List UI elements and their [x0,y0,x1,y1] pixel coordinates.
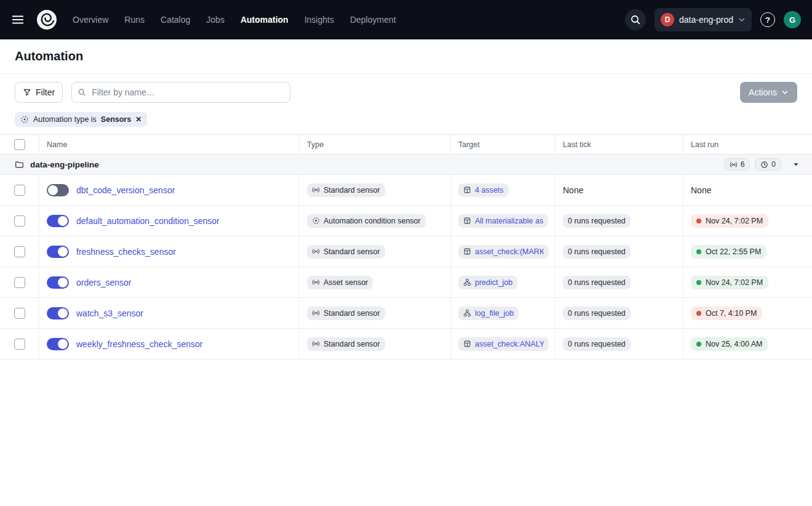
sensor-name-link[interactable]: dbt_code_version_sensor [76,185,175,195]
last-run-link[interactable]: Nov 25, 4:00 AM [691,337,768,351]
row-checkbox[interactable] [14,277,25,288]
folder-icon [15,160,24,169]
top-nav: Overview Runs Catalog Jobs Automation In… [0,0,812,39]
sensors-count: 6 [741,160,745,169]
sensor-icon [312,278,320,286]
sensor-toggle[interactable] [47,184,69,196]
menu-icon[interactable] [11,13,25,26]
group-name: data-eng-pipeline [30,160,99,169]
search-input-icon [78,88,86,97]
dagster-logo[interactable] [34,7,59,32]
actions-button[interactable]: Actions [740,82,797,103]
column-header-type: Type [300,135,451,154]
column-header-last-run: Last run [683,135,812,154]
automation-type-icon [20,115,29,124]
sensor-toggle[interactable] [47,276,69,289]
row-checkbox[interactable] [14,339,25,350]
nav-deployment[interactable]: Deployment [350,15,396,25]
status-dot-green [696,249,701,254]
sensor-name-link[interactable]: weekly_freshness_check_sensor [76,339,202,349]
sensor-toggle[interactable] [47,338,69,350]
last-tick-tag: 0 runs requested [563,307,631,320]
filter-tag: Automation type is Sensors ✕ [15,112,147,127]
nav-catalog[interactable]: Catalog [161,15,190,25]
filter-button[interactable]: Filter [15,82,63,103]
target-link[interactable]: 4 assets [458,183,509,197]
row-checkbox[interactable] [14,308,25,319]
chevron-down-icon [738,16,746,23]
nav-insights[interactable]: Insights [304,15,334,25]
chevron-down-icon [781,89,789,96]
filter-tag-prefix: Automation type is [33,115,97,124]
collapse-caret-icon[interactable] [790,159,802,169]
last-tick-tag: 0 runs requested [563,245,631,259]
sensor-icon [312,186,320,194]
nav-automation[interactable]: Automation [241,15,289,25]
last-run-link[interactable]: Nov 24, 7:02 PM [691,214,768,228]
table-row: dbt_code_version_sensor Standard sensor … [0,175,812,206]
deployment-name: data-eng-prod [679,15,733,25]
sensor-toggle[interactable] [47,307,69,319]
sensor-name-link[interactable]: freshness_checks_sensor [76,247,176,257]
deployment-badge: D [661,13,674,26]
help-icon[interactable]: ? [760,12,775,27]
nav-jobs[interactable]: Jobs [206,15,225,25]
nav-overview[interactable]: Overview [73,15,108,25]
target-link[interactable]: predict_job [458,276,517,289]
type-tag: Asset sensor [307,276,373,289]
target-link[interactable]: log_file_job [458,307,519,320]
type-tag: Standard sensor [307,245,385,259]
table-row: watch_s3_sensor Standard sensor log_file… [0,298,812,329]
sensor-toggle[interactable] [47,215,69,227]
row-checkbox[interactable] [14,185,25,196]
status-dot-green [696,342,701,347]
column-header-last-tick: Last tick [555,135,683,154]
target-link[interactable]: asset_check:ANALY [458,337,549,351]
nav-runs[interactable]: Runs [124,15,145,25]
filter-button-label: Filter [36,87,55,97]
sensor-icon [312,247,320,255]
type-tag: Standard sensor [307,337,385,351]
last-run-link[interactable]: Nov 24, 7:02 PM [691,276,768,289]
main-nav: Overview Runs Catalog Jobs Automation In… [73,15,396,25]
sensor-name-link[interactable]: orders_sensor [76,278,132,287]
target-link[interactable]: All materializable as [458,214,548,228]
search-input[interactable] [71,82,290,103]
last-run-link[interactable]: Oct 7, 4:10 PM [691,307,762,320]
row-checkbox[interactable] [14,215,25,227]
search-box [71,82,290,103]
page-title: Automation [15,49,83,63]
last-tick-tag: 0 runs requested [563,276,631,289]
deployment-selector[interactable]: D data-eng-prod [655,8,752,31]
search-icon[interactable] [625,9,646,30]
avatar[interactable]: G [784,11,801,28]
group-row[interactable]: data-eng-pipeline 6 0 [0,155,812,175]
funnel-icon [23,88,31,97]
asset-icon [463,217,471,225]
active-filters-row: Automation type is Sensors ✕ [0,111,812,135]
last-run-link[interactable]: Oct 22, 2:55 PM [691,245,766,259]
toolbar: Filter Actions [0,74,812,111]
last-tick-value: None [563,185,583,195]
schedules-count: 0 [771,160,776,169]
sensors-count-chip: 6 [724,158,750,171]
status-dot-red [696,311,701,316]
filter-tag-value: Sensors [101,115,131,124]
table-row: orders_sensor Asset sensor predict_job 0… [0,267,812,298]
app-root: Overview Runs Catalog Jobs Automation In… [0,0,812,506]
sensor-toggle[interactable] [47,246,69,258]
title-bar: Automation [0,39,812,74]
sensor-icon [730,161,738,169]
select-all-checkbox[interactable] [14,139,25,150]
sensor-name-link[interactable]: default_automation_condition_sensor [76,216,220,226]
last-tick-tag: 0 runs requested [563,214,631,228]
job-icon [463,309,471,317]
status-dot-red [696,219,701,223]
sensor-name-link[interactable]: watch_s3_sensor [76,308,143,318]
target-link[interactable]: asset_check:(MARK [458,245,549,259]
asset-icon [463,247,471,255]
close-icon[interactable]: ✕ [135,116,141,123]
row-checkbox[interactable] [14,246,25,257]
type-tag: Automation condition sensor [307,214,426,228]
sensor-icon [312,340,320,348]
